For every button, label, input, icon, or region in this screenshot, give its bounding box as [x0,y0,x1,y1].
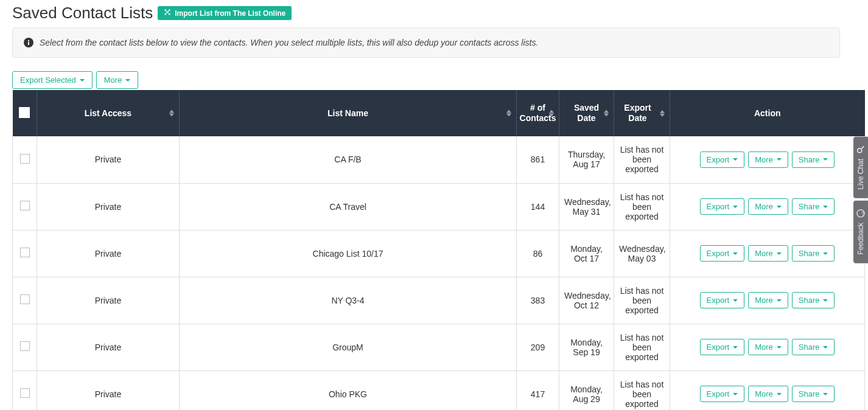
cell-name-value: CA Travel [329,202,366,212]
cell-saved-value: Monday, Oct 17 [570,244,603,263]
cell-saved: Wednesday, May 31 [559,183,614,230]
row-export-button[interactable]: Export [700,292,745,308]
cell-export-value: List has not been exported [620,333,664,362]
row-select-checkbox[interactable] [20,388,30,398]
svg-point-3 [858,148,862,153]
cell-count-value: 86 [533,249,543,259]
live-chat-tab[interactable]: Live Chat [853,137,868,198]
row-more-button-label: More [755,202,773,211]
cell-count-value: 417 [531,389,545,399]
cell-access-value: Private [95,249,122,259]
svg-text:?: ? [861,210,864,217]
toolbar-more-label: More [104,75,122,85]
cell-access-value: Private [95,155,122,164]
cell-action: ExportMoreShare [670,277,865,324]
cell-saved-value: Wednesday, Oct 12 [564,291,611,310]
cell-export: List has not been exported [614,324,670,370]
col-contacts-count[interactable]: # of Contacts [517,90,559,136]
col-action-label: Action [754,108,781,119]
row-export-button[interactable]: Export [700,198,745,215]
row-select-checkbox[interactable] [20,248,30,257]
info-alert-text: Select from the contact lists below to v… [40,38,538,47]
row-more-button[interactable]: More [748,339,788,355]
row-select-checkbox[interactable] [20,154,30,164]
cell-name-value: CA F/B [334,155,361,164]
caret-down-icon [823,346,828,349]
row-share-button-label: Share [799,202,820,211]
cell-count-value: 383 [531,296,545,305]
cell-action: ExportMoreShare [670,324,865,370]
import-list-button[interactable]: Import List from The List Online [158,6,292,20]
row-share-button[interactable]: Share [792,198,835,215]
row-share-button[interactable]: Share [792,245,835,262]
cell-saved-value: Monday, Sep 19 [570,338,603,357]
cell-saved-value: Thursday, Aug 17 [568,150,605,169]
caret-down-icon [777,393,782,395]
export-selected-label: Export Selected [20,75,76,85]
cell-saved: Monday, Oct 17 [559,230,614,277]
cell-name: CA Travel [180,183,517,230]
row-export-button[interactable]: Export [700,386,745,402]
cell-count-value: 144 [531,202,545,212]
svg-line-4 [862,147,864,149]
row-share-button[interactable]: Share [792,292,835,308]
row-more-button-label: More [755,389,773,398]
row-more-button[interactable]: More [748,386,788,402]
col-list-name-label: List Name [327,108,368,119]
caret-down-icon [777,299,782,302]
sort-icon [604,110,609,117]
row-share-button-label: Share [799,249,820,258]
col-list-access[interactable]: List Access [37,90,180,136]
table-row: PrivateChicago List 10/1786Monday, Oct 1… [13,230,865,277]
cell-name: GroupM [180,324,517,370]
col-export-date[interactable]: Export Date [614,90,670,136]
caret-down-icon [823,299,828,302]
caret-down-icon [823,206,828,208]
svg-rect-2 [28,40,29,41]
cell-saved-value: Monday, Aug 29 [570,384,603,404]
col-list-access-label: List Access [85,108,131,119]
row-share-button[interactable]: Share [792,386,835,402]
cell-export-value: List has not been exported [620,380,664,409]
cell-export-value: List has not been exported [620,145,664,174]
caret-down-icon [125,79,130,82]
cell-action: ExportMoreShare [670,183,865,230]
select-all-checkbox[interactable] [19,107,30,118]
cell-access: Private [37,183,180,230]
row-share-button[interactable]: Share [792,339,835,355]
col-saved-date[interactable]: Saved Date [559,90,614,136]
cell-access-value: Private [95,202,122,212]
caret-down-icon [823,393,828,395]
caret-down-icon [777,252,782,255]
cell-export: Wednesday, May 03 [614,230,670,277]
caret-down-icon [733,206,738,208]
row-export-button[interactable]: Export [700,339,745,355]
cell-export-value: List has not been exported [620,286,664,315]
row-more-button[interactable]: More [748,292,788,308]
cell-count: 383 [517,277,559,324]
cell-access-value: Private [95,296,122,305]
cell-name-value: GroupM [332,342,363,352]
row-select-checkbox[interactable] [20,201,30,210]
feedback-tab[interactable]: Feedback ? [853,201,868,263]
col-select-all[interactable] [13,90,37,136]
row-select-checkbox[interactable] [20,294,30,304]
export-selected-button[interactable]: Export Selected [12,71,93,89]
cell-count-value: 209 [531,342,545,352]
cell-access: Private [37,230,180,277]
toolbar-more-button[interactable]: More [96,71,139,89]
row-more-button[interactable]: More [748,151,788,168]
import-list-label: Import List from The List Online [175,9,285,18]
table-row: PrivateCA Travel144Wednesday, May 31List… [13,183,865,230]
row-more-button[interactable]: More [748,245,788,262]
cell-count: 417 [517,370,559,410]
cell-export: List has not been exported [614,136,670,183]
row-more-button[interactable]: More [748,198,788,215]
row-select-checkbox[interactable] [20,341,30,351]
row-export-button[interactable]: Export [700,151,745,168]
row-share-button[interactable]: Share [792,151,835,168]
cell-access-value: Private [95,342,122,352]
row-export-button-label: Export [707,389,730,398]
row-export-button[interactable]: Export [700,245,745,262]
col-list-name[interactable]: List Name [180,90,517,136]
